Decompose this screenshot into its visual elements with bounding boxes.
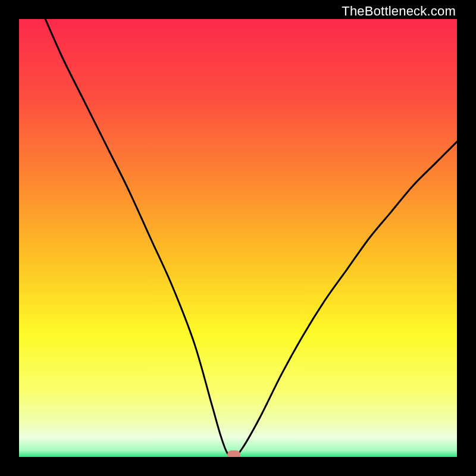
- frame-border-right: [457, 0, 476, 476]
- gradient-background: [19, 19, 457, 457]
- frame-border-left: [0, 0, 19, 476]
- watermark-text: TheBottleneck.com: [342, 4, 456, 19]
- chart-frame: TheBottleneck.com: [0, 0, 476, 476]
- optimal-point-marker: [227, 450, 240, 457]
- frame-border-bottom: [0, 457, 476, 476]
- plot-area: [19, 19, 457, 457]
- plot-svg: [19, 19, 457, 457]
